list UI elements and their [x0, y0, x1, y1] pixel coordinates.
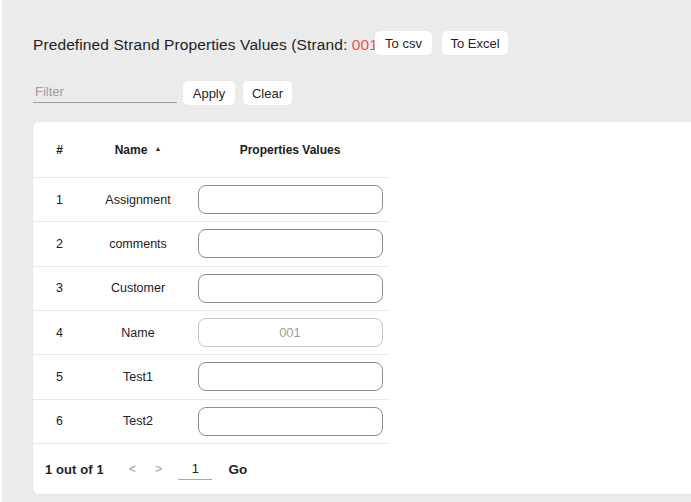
column-header-name-label: Name: [115, 143, 148, 157]
row-name: Test1: [86, 370, 190, 384]
pagination: 1 out of 1 < > Go: [33, 443, 390, 494]
table-row: 4Name: [33, 310, 390, 354]
row-value-cell: [190, 318, 390, 347]
row-value-cell: [190, 185, 390, 214]
row-name: Assignment: [86, 193, 190, 207]
row-value-cell: [190, 407, 390, 436]
column-header-name[interactable]: Name ▲: [86, 143, 190, 157]
table-row: 1Assignment: [33, 177, 390, 221]
sort-ascending-icon: ▲: [154, 145, 161, 152]
page: Predefined Strand Properties Values (Str…: [0, 0, 691, 502]
property-value-input: [198, 318, 383, 347]
row-number: 1: [33, 193, 86, 207]
row-name: comments: [86, 237, 190, 251]
row-number: 6: [33, 414, 86, 428]
row-number: 2: [33, 237, 86, 251]
column-header-index: #: [33, 143, 86, 157]
table-body: 1Assignment2comments3Customer4Name5Test1…: [33, 177, 691, 443]
table-row: 2comments: [33, 221, 390, 265]
property-value-input[interactable]: [198, 185, 383, 214]
row-value-cell: [190, 229, 390, 258]
row-name: Test2: [86, 414, 190, 428]
clear-button[interactable]: Clear: [243, 81, 292, 105]
property-value-input[interactable]: [198, 407, 383, 436]
to-csv-button[interactable]: To csv: [375, 31, 432, 55]
property-value-input[interactable]: [198, 362, 383, 391]
table-card: # Name ▲ Properties Values 1Assignment2c…: [33, 122, 691, 494]
row-value-cell: [190, 362, 390, 391]
apply-button[interactable]: Apply: [183, 81, 235, 105]
property-value-input[interactable]: [198, 229, 383, 258]
go-button[interactable]: Go: [228, 462, 247, 477]
row-value-cell: [190, 274, 390, 303]
page-summary: 1 out of 1: [45, 462, 104, 477]
table-row: 5Test1: [33, 354, 390, 398]
strand-number: 001: [352, 36, 378, 53]
prev-page-button[interactable]: <: [129, 462, 136, 476]
window-left-edge: [0, 0, 2, 502]
row-number: 5: [33, 370, 86, 384]
page-number-input[interactable]: [178, 458, 212, 480]
row-name: Customer: [86, 281, 190, 295]
to-excel-button[interactable]: To Excel: [442, 31, 508, 55]
row-name: Name: [86, 326, 190, 340]
title-text: Predefined Strand Properties Values (Str…: [33, 36, 352, 53]
filter-input[interactable]: [33, 81, 177, 103]
row-number: 3: [33, 281, 86, 295]
property-value-input[interactable]: [198, 274, 383, 303]
page-title: Predefined Strand Properties Values (Str…: [33, 36, 383, 54]
next-page-button[interactable]: >: [155, 462, 162, 476]
table-header-row: # Name ▲ Properties Values: [33, 122, 390, 177]
row-number: 4: [33, 326, 86, 340]
column-header-properties-values: Properties Values: [190, 143, 390, 157]
table-row: 3Customer: [33, 266, 390, 310]
table-row: 6Test2: [33, 399, 390, 443]
